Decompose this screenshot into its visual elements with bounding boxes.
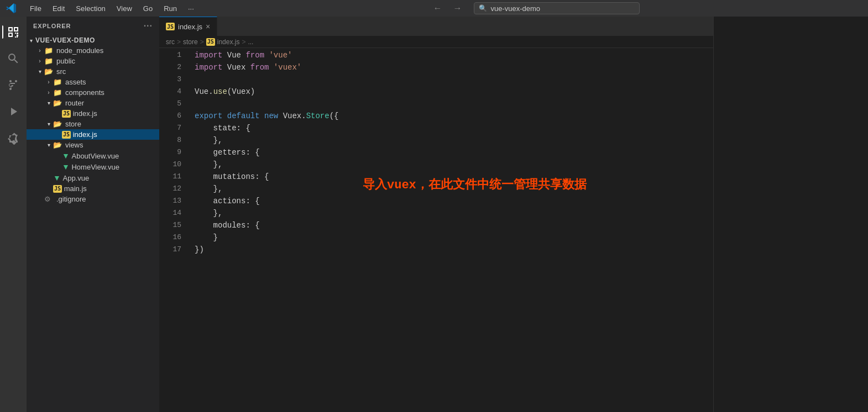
code-line-15: modules: { (195, 219, 713, 231)
line-num-1: 1 (159, 49, 181, 61)
code-line-1: import Vue from 'vue' (195, 49, 713, 61)
activity-source-control[interactable] (2, 74, 24, 96)
activity-bar (0, 17, 27, 412)
vue-file-icon: ▼ (62, 162, 70, 171)
token: Vue (227, 49, 246, 61)
tree-store-index[interactable]: JS index.js (27, 129, 159, 140)
vscode-logo (6, 3, 17, 14)
tab-js-icon: JS (166, 23, 175, 30)
search-icon: 🔍 (479, 4, 487, 12)
tree-router[interactable]: ▾ 📂 router (27, 98, 159, 108)
activity-explorer[interactable] (2, 21, 24, 43)
back-button[interactable]: ← (430, 2, 445, 14)
token: import (195, 49, 227, 61)
tree-project-root[interactable]: ▾ VUE-VUEX-DEMO (27, 35, 159, 45)
chevron-right-icon: › (44, 79, 53, 85)
breadcrumb-sep2: > (200, 38, 204, 46)
token: default (227, 110, 264, 122)
activity-search[interactable] (2, 47, 24, 70)
search-bar[interactable]: 🔍 vue-vuex-demo (474, 2, 640, 14)
code-line-3 (195, 73, 713, 86)
line-num-2: 2 (159, 61, 181, 73)
no-arrow (53, 153, 62, 159)
chevron-down-icon: ▾ (35, 68, 44, 75)
nav-buttons: ← → (430, 2, 465, 14)
folder-icon: 📁 (53, 78, 63, 86)
editor-area: JS index.js × src > store > JS index.js … (159, 17, 713, 412)
no-arrow (53, 110, 62, 117)
menu-selection[interactable]: Selection (71, 3, 109, 14)
sidebar-header: EXPLORER ··· (27, 17, 159, 35)
menu-view[interactable]: View (112, 3, 137, 14)
vue-file-icon: ▼ (53, 173, 61, 182)
token: export (195, 110, 227, 122)
breadcrumb-src: src (166, 38, 175, 46)
tab-index-js[interactable]: JS index.js × (159, 17, 217, 36)
no-arrow (53, 164, 62, 170)
token: new (264, 110, 283, 122)
tree-public[interactable]: › 📁 public (27, 56, 159, 66)
tree-label-appvue: App.vue (62, 174, 89, 182)
tree-homeview[interactable]: ▼ HomeView.vue (27, 161, 159, 172)
token: state: { (195, 122, 250, 134)
tree-label-src: src (56, 67, 66, 76)
tree-appvue[interactable]: ▼ App.vue (27, 172, 159, 183)
chevron-right-icon: › (44, 89, 53, 96)
tab-filename: index.js (178, 23, 202, 31)
activity-run-debug[interactable] (2, 101, 24, 123)
tree-mainjs[interactable]: JS main.js (27, 183, 159, 194)
menu-edit[interactable]: Edit (48, 3, 69, 14)
tree-views[interactable]: ▾ 📂 views (27, 140, 159, 150)
tree-label-assets: assets (65, 78, 86, 86)
tree-assets[interactable]: › 📁 assets (27, 77, 159, 87)
tree-store[interactable]: ▾ 📂 store (27, 119, 159, 129)
activity-extensions[interactable] (2, 127, 24, 149)
line-num-3: 3 (159, 73, 181, 86)
menu-go[interactable]: Go (139, 3, 157, 14)
menu-file[interactable]: File (25, 3, 46, 14)
code-editor[interactable]: 1 2 3 4 5 6 7 8 9 10 11 12 13 14 15 16 1… (159, 48, 713, 412)
line-num-6: 6 (159, 110, 181, 122)
tree-components[interactable]: › 📁 components (27, 87, 159, 98)
tree-aboutview[interactable]: ▼ AboutView.vue (27, 150, 159, 161)
menu-run[interactable]: Run (159, 3, 181, 14)
tab-bar: JS index.js × (159, 17, 713, 36)
right-panel (713, 17, 868, 412)
sidebar-more-button[interactable]: ··· (144, 21, 153, 31)
code-line-10: }, (195, 159, 713, 171)
token: }, (195, 134, 222, 146)
tree-gitignore[interactable]: ⚙ .gitignore (27, 194, 159, 204)
project-name: VUE-VUEX-DEMO (35, 36, 95, 44)
no-arrow (44, 175, 53, 181)
code-line-4: Vue . use (Vuex) (195, 86, 713, 98)
chevron-right-icon: › (35, 58, 44, 64)
tree-label-aboutview: AboutView.vue (71, 152, 119, 160)
tree-label-store: store (65, 120, 81, 128)
line-num-4: 4 (159, 86, 181, 98)
menu-more[interactable]: ··· (184, 3, 198, 14)
no-arrow (44, 186, 53, 192)
tree-src[interactable]: ▾ 📂 src (27, 66, 159, 77)
line-num-13: 13 (159, 195, 181, 207)
token: Vuex (283, 110, 302, 122)
line-num-5: 5 (159, 98, 181, 110)
breadcrumb-js-icon: JS (206, 38, 215, 46)
code-line-8: }, (195, 134, 713, 146)
tab-close-button[interactable]: × (206, 23, 210, 30)
no-arrow (53, 131, 62, 138)
line-numbers: 1 2 3 4 5 6 7 8 9 10 11 12 13 14 15 16 1… (159, 48, 186, 412)
explorer-label: EXPLORER (33, 23, 71, 29)
tree-node-modules[interactable]: › 📁 node_modules (27, 45, 159, 56)
code-content[interactable]: import Vue from 'vue' import Vuex from '… (186, 48, 713, 412)
line-num-10: 10 (159, 159, 181, 171)
code-line-9: getters: { (195, 146, 713, 159)
code-line-17: }) (195, 244, 713, 256)
code-line-11: mutations: { (195, 171, 713, 183)
folder-icon: 📁 (53, 88, 63, 97)
tree-router-index[interactable]: JS index.js (27, 108, 159, 119)
token: }, (195, 183, 222, 195)
js-file-icon: JS (62, 110, 71, 118)
tree-label-gitignore: .gitignore (56, 195, 86, 203)
code-line-14: }, (195, 207, 713, 219)
forward-button[interactable]: → (449, 2, 465, 14)
